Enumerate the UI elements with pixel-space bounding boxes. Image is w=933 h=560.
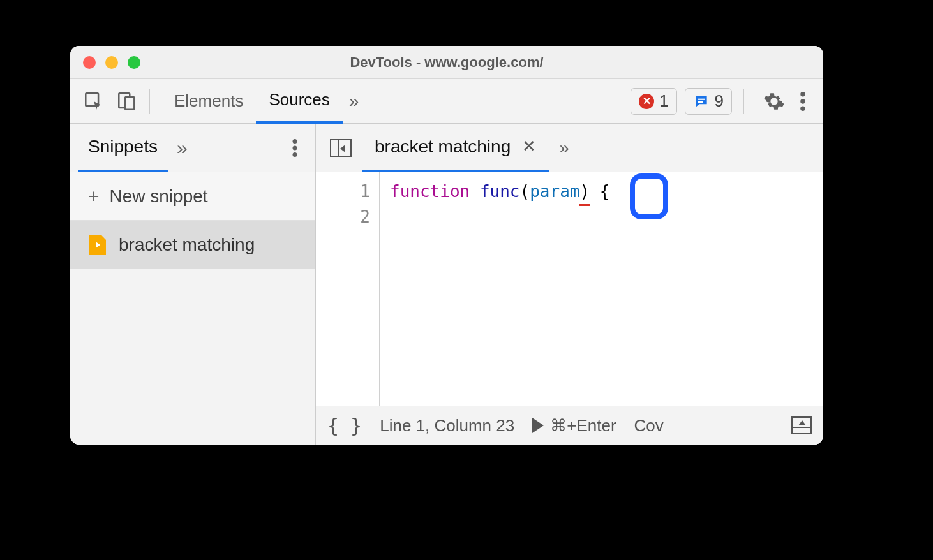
token-keyword: function [390, 182, 470, 201]
info-count: 9 [715, 91, 724, 111]
close-icon[interactable] [83, 56, 96, 69]
new-snippet-label: New snippet [110, 186, 208, 207]
token-param: param [530, 182, 579, 201]
svg-point-8 [293, 139, 297, 144]
svg-point-7 [800, 106, 805, 111]
line-number: 1 [316, 179, 370, 204]
token-function-name: func [480, 182, 520, 201]
svg-point-9 [293, 145, 297, 150]
settings-gear-icon[interactable] [756, 91, 793, 112]
run-snippet-button[interactable]: ⌘+Enter [532, 416, 616, 436]
traffic-lights [83, 56, 140, 69]
code-editor[interactable]: 1 2 function func(param) { [316, 172, 823, 406]
new-snippet-button[interactable]: + New snippet [70, 172, 315, 221]
cursor-position: Line 1, Column 23 [380, 416, 514, 436]
run-shortcut-label: ⌘+Enter [550, 416, 616, 436]
minimize-icon[interactable] [105, 56, 118, 69]
more-menu-icon[interactable] [793, 92, 813, 111]
code-content[interactable]: function func(param) { [380, 172, 620, 406]
sidebar-tab-snippets[interactable]: Snippets [78, 124, 168, 172]
svg-rect-2 [125, 96, 134, 109]
coverage-label[interactable]: Cov [634, 416, 664, 436]
separator [149, 89, 150, 114]
sidebar-menu-icon[interactable] [282, 139, 308, 157]
error-circle-icon: ✕ [639, 94, 654, 109]
pretty-print-icon[interactable]: { } [327, 415, 362, 437]
editor-more-tabs-icon[interactable]: » [553, 138, 576, 158]
annotation-highlight-ring [630, 173, 668, 219]
more-tabs-icon[interactable]: » [343, 91, 366, 112]
close-tab-icon[interactable]: ✕ [522, 136, 536, 156]
svg-point-6 [800, 99, 805, 104]
window-title: DevTools - www.google.com/ [70, 54, 823, 71]
svg-point-10 [293, 152, 297, 157]
separator [743, 89, 744, 114]
titlebar: DevTools - www.google.com/ [70, 46, 823, 79]
token-paren: ( [520, 182, 530, 201]
editor-pane: bracket matching ✕ » 1 2 function func(p… [316, 124, 823, 445]
editor-tabs: bracket matching ✕ » [316, 124, 823, 172]
plus-icon: + [88, 186, 100, 207]
error-badge[interactable]: ✕ 1 [631, 88, 676, 115]
devtools-window: DevTools - www.google.com/ Elements Sour… [70, 46, 823, 445]
sidebar-tabs: Snippets » [70, 124, 315, 172]
token-paren: ) [579, 179, 590, 206]
error-count: 1 [659, 91, 668, 111]
sidebar: Snippets » + New snippet bracket matchin… [70, 124, 316, 445]
play-icon [532, 418, 544, 433]
line-number: 2 [316, 204, 370, 230]
line-gutter: 1 2 [316, 172, 380, 406]
status-bar: { } Line 1, Column 23 ⌘+Enter Cov [316, 406, 823, 445]
info-badge[interactable]: 9 [685, 88, 732, 115]
snippet-item-label: bracket matching [119, 235, 255, 255]
message-icon [693, 93, 710, 110]
editor-tab-label: bracket matching [375, 136, 511, 157]
inspect-element-icon[interactable] [83, 91, 105, 112]
svg-point-5 [800, 92, 805, 97]
main-toolbar: Elements Sources » ✕ 1 9 [70, 79, 823, 124]
console-badges: ✕ 1 9 [631, 88, 732, 115]
snippet-item-bracket-matching[interactable]: bracket matching [70, 221, 315, 269]
sidebar-more-tabs-icon[interactable]: » [168, 137, 197, 159]
editor-tab-bracket-matching[interactable]: bracket matching ✕ [362, 124, 549, 172]
svg-rect-4 [698, 101, 703, 103]
tab-sources[interactable]: Sources [256, 79, 342, 124]
svg-rect-3 [698, 98, 705, 99]
main-split: Snippets » + New snippet bracket matchin… [70, 124, 823, 445]
drawer-toggle-icon[interactable] [791, 416, 812, 434]
navigator-toggle-icon[interactable] [330, 139, 352, 157]
snippet-file-icon [89, 235, 106, 255]
device-toggle-icon[interactable] [116, 91, 138, 112]
tab-elements[interactable]: Elements [161, 79, 256, 124]
toolbar-left [83, 91, 138, 112]
token-brace: { [600, 182, 610, 201]
zoom-icon[interactable] [128, 56, 140, 69]
